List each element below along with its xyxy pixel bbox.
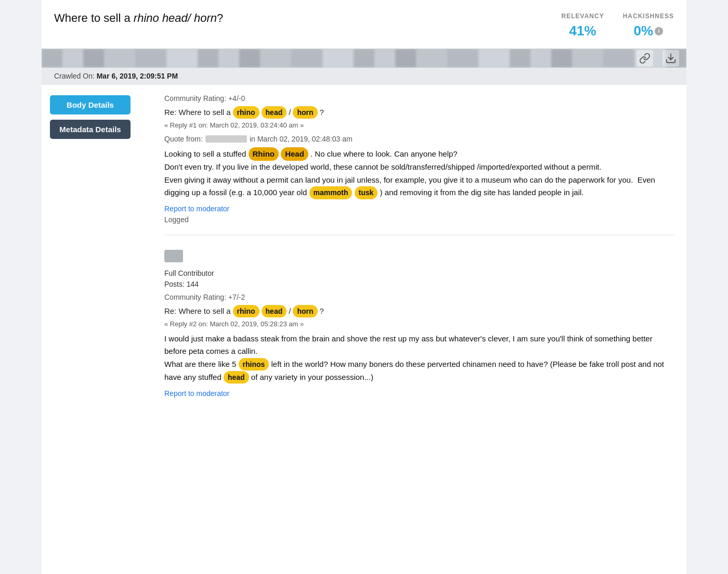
crawl-icon-group xyxy=(636,50,679,67)
contributor-block: Full Contributor Posts: 144 xyxy=(164,250,674,290)
stats-area: RELEVANCY 41% HACKISHNESS 0% i xyxy=(562,9,674,41)
banner-blur xyxy=(42,49,686,68)
post2-body-p2-prefix: What are there like 5 xyxy=(164,360,239,368)
post1-body-stuffed-suffix: . No clue where to look. Can anyone help… xyxy=(310,149,458,158)
crawl-bar: Crawled On: Mar 6, 2019, 2:09:51 PM xyxy=(42,49,686,85)
crawl-banner xyxy=(42,49,686,68)
post1-quote-prefix: Quote from: xyxy=(164,134,203,145)
post2-body: I would just make a badass steak from th… xyxy=(164,333,674,384)
post1-body-after-tusk: ) and removing it from the dig site has … xyxy=(380,188,584,197)
info-icon[interactable]: i xyxy=(655,27,663,35)
post2-title-q: ? xyxy=(320,305,324,317)
post1-body-stuffed-prefix: Looking to sell a stuffed xyxy=(164,149,249,158)
post1-title: Re: Where to sell a rhino head / horn ? xyxy=(164,106,674,119)
post1-report[interactable]: Report to moderator xyxy=(164,203,674,214)
post1-highlight-horn1: horn xyxy=(293,106,317,119)
title-prefix: Where to sell a xyxy=(54,11,134,24)
post1-title-slash: / xyxy=(289,107,291,119)
post-2: Full Contributor Posts: 144 Community Ra… xyxy=(164,250,674,408)
hackishness-value: 0% xyxy=(634,21,654,41)
relevancy-value: 41% xyxy=(562,21,604,41)
post2-reply-line: « Reply #2 on: March 02, 2019, 05:28:23 … xyxy=(164,319,674,329)
crawl-date: Mar 6, 2019, 2:09:51 PM xyxy=(97,72,178,80)
post1-logged: Logged xyxy=(164,214,674,225)
relevancy-label: RELEVANCY xyxy=(562,11,604,21)
crawl-label: Crawled On: xyxy=(54,72,95,80)
post1-quote-line: Quote from: in March 02, 2019, 02:48:03 … xyxy=(164,134,674,145)
post1-title-prefix: Re: Where to sell a xyxy=(164,107,231,119)
page-title: Where to sell a rhino head/ horn? xyxy=(54,9,223,27)
post2-title-slash: / xyxy=(289,305,291,317)
relevancy-stat: RELEVANCY 41% xyxy=(562,11,604,41)
post2-rating: Community Rating: +7/-2 xyxy=(164,292,674,303)
hackishness-label: HACKISHNESS xyxy=(623,11,674,21)
post-1: Community Rating: +4/-0 Re: Where to sel… xyxy=(164,93,674,235)
content-area: Community Rating: +4/-0 Re: Where to sel… xyxy=(154,93,686,423)
post2-report[interactable]: Report to moderator xyxy=(164,388,674,399)
hackishness-stat: HACKISHNESS 0% i xyxy=(623,11,674,41)
title-suffix: ? xyxy=(217,11,223,24)
contributor-role: Full Contributor xyxy=(164,268,674,279)
avatar xyxy=(164,250,183,262)
main-area: Body Details Metadata Details Community … xyxy=(42,85,686,431)
post1-body: Looking to sell a stuffed Rhino Head . N… xyxy=(164,147,674,199)
post1-footer: Report to moderator Logged xyxy=(164,203,674,225)
post1-highlight-rhino: rhino xyxy=(233,106,259,119)
post1-quote-date: in March 02, 2019, 02:48:03 am xyxy=(250,134,353,145)
sidebar: Body Details Metadata Details xyxy=(50,93,154,423)
post1-highlight-Head: Head xyxy=(281,147,308,161)
download-icon[interactable] xyxy=(662,50,679,67)
post2-title: Re: Where to sell a rhino head / horn ? xyxy=(164,305,674,317)
post1-title-q: ? xyxy=(320,107,324,119)
post1-reply-line: « Reply #1 on: March 02, 2019, 03:24:40 … xyxy=(164,120,674,131)
post1-highlight-tusk: tusk xyxy=(355,186,378,199)
body-details-button[interactable]: Body Details xyxy=(50,95,131,114)
post2-title-prefix: Re: Where to sell a xyxy=(164,305,231,317)
page-header: Where to sell a rhino head/ horn? RELEVA… xyxy=(42,0,686,49)
post2-body-p2-suffix: of any variety in your possession...) xyxy=(251,373,373,381)
link-icon[interactable] xyxy=(636,50,653,67)
post1-rating: Community Rating: +4/-0 xyxy=(164,93,674,104)
crawl-meta: Crawled On: Mar 6, 2019, 2:09:51 PM xyxy=(42,68,686,85)
post2-footer: Report to moderator xyxy=(164,388,674,399)
post1-highlight-Rhino: Rhino xyxy=(249,147,279,161)
post1-highlight-head1: head xyxy=(262,106,287,119)
post1-quote-user xyxy=(205,135,247,143)
title-italic: rhino head/ horn xyxy=(134,11,217,24)
post2-highlight-horn2: horn xyxy=(293,305,317,317)
post2-highlight-head3: head xyxy=(224,371,249,384)
post2-highlight-rhino: rhino xyxy=(233,305,259,317)
post1-highlight-mammoth: mammoth xyxy=(309,186,353,199)
metadata-details-button[interactable]: Metadata Details xyxy=(50,120,131,139)
post2-highlight-head2: head xyxy=(262,305,287,317)
post2-highlight-rhinos: rhinos xyxy=(239,358,269,371)
contributor-posts: Posts: 144 xyxy=(164,279,674,290)
